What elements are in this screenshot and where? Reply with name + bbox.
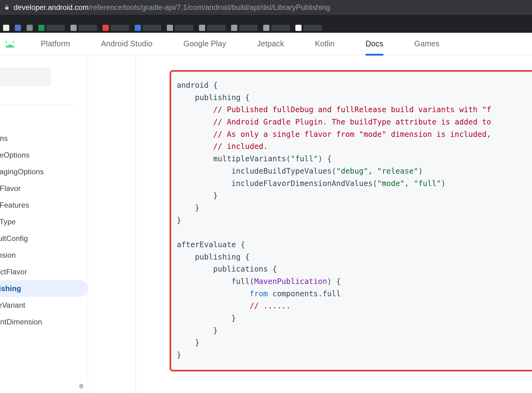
sidebar-item[interactable]: on (0, 113, 88, 130)
secondary-rail (88, 55, 136, 393)
nav-jetpack[interactable]: Jetpack (257, 39, 284, 48)
scrollbar-thumb[interactable] (79, 384, 83, 389)
bookmarks-bar (0, 15, 532, 33)
nav-platform[interactable]: Platform (41, 39, 70, 48)
sidebar-item[interactable]: ngleVariant (0, 297, 88, 314)
nav-google-play[interactable]: Google Play (184, 39, 226, 48)
browser-url-bar[interactable]: developer.android.com/reference/tools/gr… (0, 0, 532, 15)
reference-sidebar: ılıl on ptions npileOptions ackagingOpti… (0, 55, 88, 393)
sidebar-item[interactable]: ackagingOptions (0, 163, 88, 180)
nav-docs[interactable]: Docs (365, 39, 383, 48)
lock-icon (4, 4, 9, 11)
nav-kotlin[interactable]: Kotlin (315, 39, 335, 48)
url-domain: developer.android.com (14, 3, 89, 12)
sidebar-separator (0, 105, 75, 105)
svg-rect-2 (5, 40, 7, 43)
code-block[interactable]: android { publishing { // Published full… (177, 79, 532, 361)
sidebar-item-librarypublishing[interactable]: ublishing (0, 280, 88, 297)
sidebar-item[interactable]: oductFlavor (0, 264, 88, 280)
nav-games[interactable]: Games (414, 39, 440, 48)
nav-android-studio[interactable]: Android Studio (101, 39, 153, 48)
sidebar-item[interactable]: aseFlavor (0, 180, 88, 197)
sidebar-filter-input[interactable] (0, 67, 51, 86)
sidebar-item[interactable]: npileOptions (0, 147, 88, 163)
sidebar-item[interactable]: uildFeatures (0, 197, 88, 213)
sidebar-item[interactable]: ptions (0, 130, 88, 147)
sidebar-item[interactable]: uildType (0, 213, 88, 230)
svg-rect-3 (13, 40, 15, 43)
sidebar-item[interactable]: xtension (0, 247, 88, 264)
svg-point-1 (11, 45, 13, 46)
code-highlight-box: android { publishing { // Published full… (170, 70, 532, 371)
android-logo-icon (4, 40, 16, 48)
sidebar-item[interactable]: ariantDimension (0, 314, 88, 330)
primary-nav: Platform Android Studio Google Play Jetp… (0, 33, 532, 55)
svg-point-0 (7, 45, 9, 46)
main-content: android { publishing { // Published full… (136, 55, 532, 393)
url-path: /reference/tools/gradle-api/7.1/com/andr… (89, 3, 330, 12)
sidebar-item[interactable]: efaultConfig (0, 230, 88, 247)
sidebar-scrollbar[interactable] (79, 299, 83, 389)
code-sample-card: android { publishing { // Published full… (169, 70, 532, 372)
